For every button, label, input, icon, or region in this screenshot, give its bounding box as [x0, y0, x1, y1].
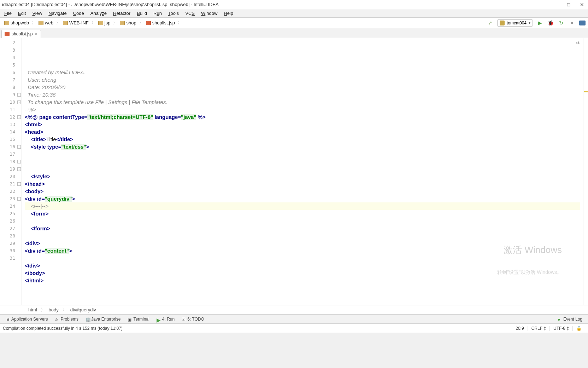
- code-line[interactable]: <!---|-->: [25, 202, 580, 210]
- menu-edit[interactable]: Edit: [15, 10, 29, 17]
- menu-file[interactable]: File: [1, 10, 14, 17]
- code-line[interactable]: </head>: [25, 180, 580, 188]
- code-line[interactable]: To change this template use File | Setti…: [25, 98, 580, 106]
- line-number[interactable]: 4: [0, 54, 22, 61]
- line-separator[interactable]: CRLF ‡: [528, 326, 549, 331]
- run-icon[interactable]: ▶: [536, 19, 543, 27]
- line-number[interactable]: 16-: [0, 143, 22, 150]
- stop-icon[interactable]: ■: [568, 19, 575, 27]
- code-line[interactable]: </form>: [25, 225, 580, 232]
- menu-vcs[interactable]: VCS: [182, 10, 198, 17]
- line-number[interactable]: 11: [0, 106, 22, 113]
- crumb-body[interactable]: body: [49, 307, 59, 312]
- line-number[interactable]: 18-: [0, 158, 22, 165]
- code-line[interactable]: [25, 284, 580, 292]
- close-tab-icon[interactable]: ✕: [35, 32, 38, 36]
- line-number[interactable]: 14: [0, 128, 22, 136]
- code-line[interactable]: </div>: [25, 262, 580, 269]
- code-line[interactable]: [25, 158, 580, 165]
- line-number[interactable]: 5: [0, 61, 22, 69]
- line-number[interactable]: 10-: [0, 98, 22, 106]
- warning-marker[interactable]: [584, 91, 588, 92]
- error-stripe[interactable]: [583, 38, 588, 305]
- crumb-jsp[interactable]: jsp: [96, 19, 113, 26]
- menu-help[interactable]: Help: [221, 10, 236, 17]
- fold-toggle-icon[interactable]: -: [17, 182, 21, 186]
- crumb-div[interactable]: div#querydiv: [70, 307, 96, 312]
- update-icon[interactable]: [579, 19, 586, 27]
- line-number[interactable]: 8: [0, 84, 22, 91]
- tw-terminal[interactable]: ▣Terminal: [125, 316, 152, 322]
- tw-run[interactable]: ▶4: Run: [154, 316, 177, 322]
- tw-javaee[interactable]: 🏢Java Enterprise: [83, 316, 123, 322]
- menu-build[interactable]: Build: [134, 10, 150, 17]
- tw-appservers[interactable]: 🖥Application Servers: [3, 316, 51, 322]
- fold-toggle-icon[interactable]: -: [17, 145, 21, 149]
- menu-tools[interactable]: Tools: [165, 10, 182, 17]
- close-icon[interactable]: ✕: [580, 2, 584, 7]
- build-icon[interactable]: ⤢: [487, 19, 494, 27]
- line-number[interactable]: 15: [0, 136, 22, 143]
- code-line[interactable]: <form>: [25, 210, 580, 217]
- code-line[interactable]: <style type="text/css">: [25, 143, 580, 150]
- crumb-web[interactable]: web: [36, 19, 55, 26]
- code-line[interactable]: Date: 2020/9/20: [25, 84, 580, 91]
- line-number[interactable]: 22: [0, 188, 22, 195]
- line-number[interactable]: 19-: [0, 165, 22, 173]
- tw-eventlog[interactable]: ●Event Log: [555, 316, 585, 322]
- inspections-icon[interactable]: 👁: [576, 40, 581, 47]
- line-number[interactable]: 23-: [0, 195, 22, 202]
- code-line[interactable]: --%>: [25, 106, 580, 113]
- crumb-shop[interactable]: shop: [118, 19, 138, 26]
- debug-icon[interactable]: 🐞: [547, 19, 554, 27]
- code-line[interactable]: Created by IntelliJ IDEA.: [25, 69, 580, 76]
- fold-toggle-icon[interactable]: -: [17, 115, 21, 119]
- minimize-icon[interactable]: —: [553, 2, 558, 7]
- maximize-icon[interactable]: □: [566, 2, 571, 7]
- line-number[interactable]: 29: [0, 240, 22, 247]
- tw-todo[interactable]: ☑6: TODO: [179, 316, 207, 322]
- code-line[interactable]: Time: 10:36: [25, 91, 580, 98]
- menu-view[interactable]: View: [29, 10, 45, 17]
- line-number[interactable]: 9-: [0, 91, 22, 98]
- line-number[interactable]: 25: [0, 210, 22, 217]
- line-number[interactable]: 13: [0, 121, 22, 128]
- line-number[interactable]: 24: [0, 202, 22, 210]
- file-encoding[interactable]: UTF-8 ‡: [549, 326, 572, 331]
- fold-toggle-icon[interactable]: -: [17, 197, 21, 201]
- line-number[interactable]: 17: [0, 150, 22, 158]
- tab-shoplist[interactable]: shoplist.jsp ✕: [1, 30, 41, 38]
- code-line[interactable]: <div id="querydiv">: [25, 195, 580, 202]
- code-line[interactable]: User: cheng: [25, 76, 580, 84]
- code-line[interactable]: [25, 165, 580, 173]
- code-line[interactable]: [25, 232, 580, 240]
- crumb-file[interactable]: shoplist.jsp: [144, 19, 177, 26]
- fold-toggle-icon[interactable]: -: [17, 100, 21, 104]
- line-number[interactable]: 3: [0, 46, 22, 54]
- line-number[interactable]: 31: [0, 254, 22, 262]
- menu-code[interactable]: Code: [70, 10, 87, 17]
- menu-navigate[interactable]: Navigate: [46, 10, 69, 17]
- code-line[interactable]: <body>: [25, 188, 580, 195]
- code-area[interactable]: 👁 激活 Windows 转到"设置"以激活 Windows。 Created …: [22, 38, 583, 305]
- menu-refactor[interactable]: Refactor: [110, 10, 133, 17]
- line-number[interactable]: 20: [0, 173, 22, 180]
- tw-problems[interactable]: ⚠Problems: [52, 316, 81, 322]
- code-line[interactable]: <div id="content">: [25, 247, 580, 254]
- line-number[interactable]: 27: [0, 225, 22, 232]
- gutter[interactable]: 23456789-10-1112-13141516-1718-19-2021-2…: [0, 38, 22, 305]
- caret-position[interactable]: 20:9: [512, 326, 527, 331]
- code-line[interactable]: </style>: [25, 173, 580, 180]
- crumb-webinf[interactable]: WEB-INF: [61, 19, 91, 26]
- menu-window[interactable]: Window: [198, 10, 220, 17]
- code-line[interactable]: </body>: [25, 269, 580, 277]
- fold-toggle-icon[interactable]: -: [17, 167, 21, 171]
- menu-analyze[interactable]: Analyze: [88, 10, 110, 17]
- code-line[interactable]: </html>: [25, 277, 580, 284]
- code-line[interactable]: <%@ page contentType="text/html;charset=…: [25, 113, 580, 121]
- code-line[interactable]: </div>: [25, 240, 580, 247]
- line-number[interactable]: 6: [0, 69, 22, 76]
- code-line[interactable]: <head>: [25, 128, 580, 136]
- coverage-icon[interactable]: ↻: [558, 19, 565, 27]
- line-number[interactable]: 21-: [0, 180, 22, 188]
